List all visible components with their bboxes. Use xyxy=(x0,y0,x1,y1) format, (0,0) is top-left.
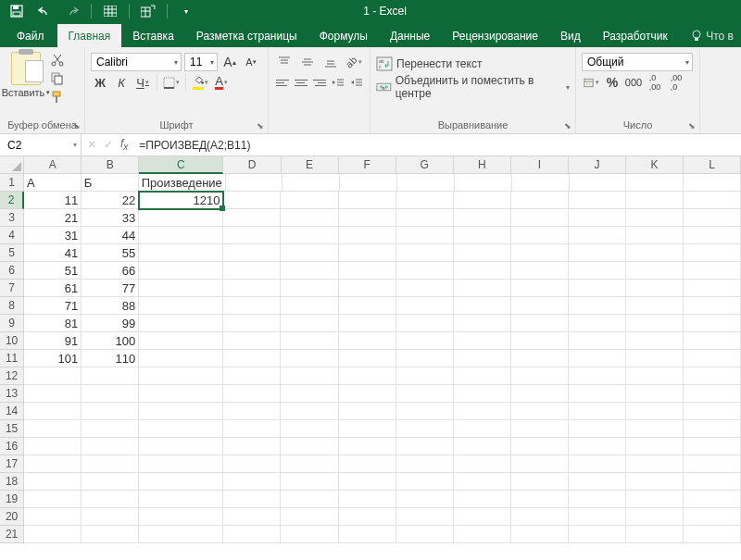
cell-F16[interactable] xyxy=(339,438,396,455)
cell-E17[interactable] xyxy=(281,455,338,473)
cell-J1[interactable] xyxy=(570,174,627,192)
cell-L15[interactable] xyxy=(684,420,741,438)
cell-B18[interactable] xyxy=(82,473,139,491)
wrap-text-button[interactable]: abc Перенести текст xyxy=(376,54,570,74)
cell-E10[interactable] xyxy=(281,332,338,350)
cell-D21[interactable] xyxy=(223,526,281,543)
cell-D3[interactable] xyxy=(223,209,281,227)
row-header-5[interactable]: 5 xyxy=(0,244,24,262)
cell-H8[interactable] xyxy=(454,297,511,315)
tab-home[interactable]: Главная xyxy=(57,24,122,47)
cell-C10[interactable] xyxy=(139,332,223,350)
cell-J16[interactable] xyxy=(569,438,626,455)
cell-L13[interactable] xyxy=(684,385,741,403)
cell-C21[interactable] xyxy=(139,526,223,543)
clipboard-launcher[interactable]: ⬊ xyxy=(71,120,82,131)
cell-K1[interactable] xyxy=(626,174,684,192)
cell-G7[interactable] xyxy=(396,280,454,297)
row-header-15[interactable]: 15 xyxy=(0,420,24,438)
cell-B4[interactable]: 44 xyxy=(82,227,139,244)
cell-E14[interactable] xyxy=(281,403,338,420)
cell-I14[interactable] xyxy=(511,403,569,420)
cell-K10[interactable] xyxy=(626,332,684,350)
cell-E19[interactable] xyxy=(281,491,338,508)
column-header-E[interactable]: E xyxy=(282,156,339,173)
cell-A17[interactable] xyxy=(24,455,82,473)
cell-K8[interactable] xyxy=(626,297,684,315)
underline-button[interactable]: Ч xyxy=(133,73,152,92)
cell-E13[interactable] xyxy=(281,385,338,403)
cell-E1[interactable] xyxy=(283,174,340,192)
cell-G13[interactable] xyxy=(396,385,454,403)
cell-B6[interactable]: 66 xyxy=(82,262,139,280)
align-bottom-button[interactable] xyxy=(320,53,341,71)
cell-J2[interactable] xyxy=(569,192,626,209)
grow-font-button[interactable]: A▴ xyxy=(220,53,239,71)
cell-A10[interactable]: 91 xyxy=(24,332,82,350)
cell-G9[interactable] xyxy=(396,315,454,332)
cell-A9[interactable]: 81 xyxy=(24,315,82,332)
cell-H7[interactable] xyxy=(454,280,511,297)
cell-D12[interactable] xyxy=(223,367,281,385)
cell-C16[interactable] xyxy=(139,438,223,455)
cell-B19[interactable] xyxy=(82,491,139,508)
cell-C3[interactable] xyxy=(139,209,223,227)
cell-A11[interactable]: 101 xyxy=(24,350,82,367)
cell-A15[interactable] xyxy=(24,420,82,438)
cell-E2[interactable] xyxy=(281,192,338,209)
number-launcher[interactable]: ⬊ xyxy=(686,120,697,131)
formula-input[interactable]: =ПРОИЗВЕД(A2;B11) xyxy=(133,139,741,152)
cell-F17[interactable] xyxy=(339,455,396,473)
cell-J6[interactable] xyxy=(569,262,626,280)
cell-I20[interactable] xyxy=(511,508,569,526)
cell-F9[interactable] xyxy=(339,315,396,332)
cell-I7[interactable] xyxy=(511,280,569,297)
cell-E18[interactable] xyxy=(281,473,338,491)
tab-insert[interactable]: Вставка xyxy=(121,24,185,47)
cell-L17[interactable] xyxy=(684,455,741,473)
cell-L18[interactable] xyxy=(684,473,741,491)
cell-H9[interactable] xyxy=(454,315,511,332)
cell-D10[interactable] xyxy=(223,332,281,350)
cell-G2[interactable] xyxy=(396,192,454,209)
cell-J9[interactable] xyxy=(569,315,626,332)
cell-J5[interactable] xyxy=(569,244,626,262)
cell-L10[interactable] xyxy=(684,332,741,350)
align-right-button[interactable] xyxy=(311,73,327,92)
column-header-C[interactable]: C xyxy=(139,156,223,174)
cell-K13[interactable] xyxy=(626,385,684,403)
cell-C9[interactable] xyxy=(139,315,223,332)
cell-B1[interactable]: Б xyxy=(82,174,139,192)
cell-D18[interactable] xyxy=(223,473,281,491)
cell-F5[interactable] xyxy=(339,244,396,262)
cell-G19[interactable] xyxy=(396,491,454,508)
cell-F2[interactable] xyxy=(339,192,396,209)
cell-I16[interactable] xyxy=(511,438,569,455)
cell-A20[interactable] xyxy=(24,508,82,526)
row-header-16[interactable]: 16 xyxy=(0,438,24,455)
cell-B11[interactable]: 110 xyxy=(82,350,139,367)
cell-A7[interactable]: 61 xyxy=(24,280,82,297)
cell-D2[interactable] xyxy=(223,192,281,209)
cell-A18[interactable] xyxy=(24,473,82,491)
cell-E21[interactable] xyxy=(281,526,338,543)
cell-J14[interactable] xyxy=(569,403,626,420)
cell-H1[interactable] xyxy=(455,174,512,192)
cell-I10[interactable] xyxy=(511,332,569,350)
cell-E4[interactable] xyxy=(281,227,338,244)
cell-F11[interactable] xyxy=(339,350,396,367)
cell-K2[interactable] xyxy=(626,192,684,209)
cell-I4[interactable] xyxy=(511,227,569,244)
cell-I13[interactable] xyxy=(511,385,569,403)
cell-G8[interactable] xyxy=(396,297,454,315)
cell-J10[interactable] xyxy=(569,332,626,350)
bold-button[interactable]: Ж xyxy=(91,73,109,92)
cell-E16[interactable] xyxy=(281,438,338,455)
cell-A16[interactable] xyxy=(24,438,82,455)
cell-H18[interactable] xyxy=(454,473,511,491)
cell-J8[interactable] xyxy=(569,297,626,315)
cell-I2[interactable] xyxy=(511,192,569,209)
cell-E20[interactable] xyxy=(281,508,338,526)
cell-I3[interactable] xyxy=(511,209,569,227)
number-format-combo[interactable]: Общий▾ xyxy=(582,53,693,71)
